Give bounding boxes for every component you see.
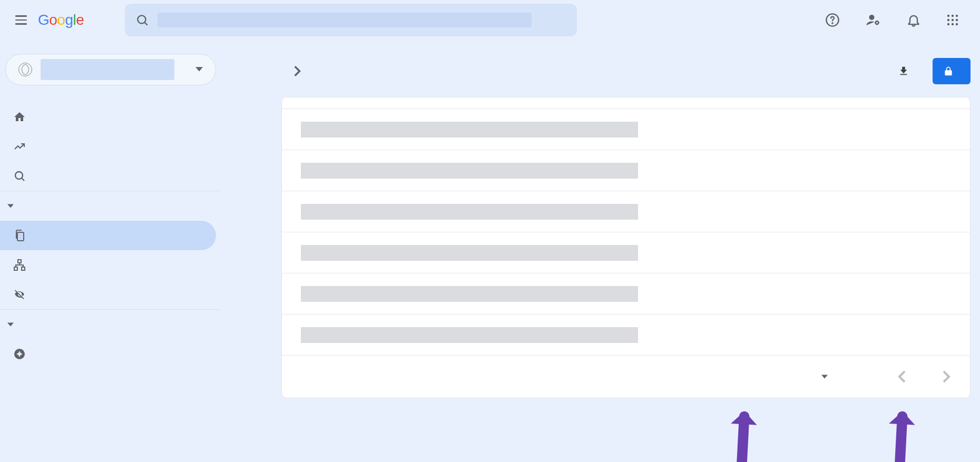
svg-line-16 [22, 178, 24, 181]
download-icon [898, 65, 909, 77]
search-icon [12, 170, 27, 182]
url-redacted [301, 245, 638, 261]
sidebar-item-removals[interactable] [0, 280, 220, 309]
table-row[interactable] [282, 232, 970, 273]
svg-line-1 [145, 22, 148, 25]
svg-point-15 [15, 172, 23, 179]
search-value-redacted [158, 13, 532, 27]
help-icon[interactable] [825, 13, 840, 27]
compass-icon [12, 348, 27, 360]
property-name-redacted [41, 59, 174, 80]
sitemap-icon [12, 259, 27, 271]
chevron-down-icon [7, 322, 14, 327]
svg-rect-17 [18, 260, 21, 263]
results-table-card [281, 97, 971, 398]
svg-point-6 [947, 15, 949, 17]
svg-point-9 [947, 19, 949, 21]
sidebar-item-pages[interactable] [0, 221, 216, 250]
prev-page-button[interactable] [897, 370, 906, 384]
table-row[interactable] [282, 191, 970, 232]
svg-point-4 [869, 15, 875, 20]
pages-icon [12, 229, 27, 242]
svg-point-14 [956, 23, 958, 25]
chevron-down-icon [7, 204, 14, 209]
property-selector[interactable] [5, 54, 216, 85]
export-button[interactable] [898, 65, 917, 77]
svg-point-11 [956, 19, 958, 21]
svg-point-13 [952, 23, 954, 25]
share-button[interactable] [933, 58, 971, 84]
topbar-actions [825, 12, 972, 28]
hamburger-icon [15, 15, 27, 25]
main-menu-button[interactable] [8, 7, 34, 33]
svg-point-8 [956, 15, 958, 17]
url-redacted [301, 286, 638, 302]
table-row[interactable] [282, 109, 970, 150]
table-row[interactable] [282, 314, 970, 356]
sidebar-item-url-inspection[interactable] [0, 161, 220, 191]
svg-rect-19 [22, 267, 25, 270]
manage-users-icon[interactable] [865, 12, 881, 28]
page-header [281, 53, 971, 90]
trend-icon [12, 140, 27, 153]
svg-point-3 [832, 23, 832, 23]
url-redacted [301, 327, 638, 343]
chevron-down-icon [821, 375, 828, 379]
sidebar-item-performance[interactable] [0, 132, 220, 161]
sidebar [0, 40, 220, 462]
table-row[interactable] [282, 150, 970, 191]
table-pager [282, 356, 970, 398]
lock-icon [943, 65, 954, 77]
sidebar-group-experience[interactable] [0, 310, 220, 339]
next-page-button[interactable] [943, 370, 951, 384]
home-icon [12, 111, 27, 123]
search-input[interactable] [125, 4, 577, 36]
globe-icon [18, 63, 32, 76]
product-logo[interactable]: Google [38, 12, 88, 28]
search-icon [135, 13, 149, 27]
table-row[interactable] [282, 273, 970, 314]
main-content [281, 53, 971, 398]
google-wordmark: Google [38, 12, 84, 28]
url-redacted [301, 163, 638, 179]
svg-point-0 [138, 15, 146, 23]
visibility-off-icon [12, 288, 27, 301]
sidebar-group-indexing[interactable] [0, 191, 220, 221]
apps-icon[interactable] [946, 14, 959, 26]
svg-point-12 [947, 23, 949, 25]
svg-point-10 [952, 19, 954, 21]
sidebar-item-sitemaps[interactable] [0, 250, 220, 280]
sidebar-item-overview[interactable] [0, 102, 220, 132]
top-bar: Google [0, 0, 980, 40]
sidebar-item-page-experience[interactable] [0, 339, 220, 369]
notifications-icon[interactable] [906, 13, 921, 27]
url-redacted [301, 204, 638, 220]
annotation-arrow [691, 390, 795, 462]
svg-rect-18 [14, 267, 17, 270]
url-redacted [301, 122, 638, 137]
chevron-down-icon [195, 67, 203, 72]
svg-point-7 [952, 15, 954, 17]
rows-per-page-select[interactable] [810, 375, 828, 379]
annotation-arrow [849, 390, 953, 462]
chevron-right-icon [294, 65, 301, 77]
